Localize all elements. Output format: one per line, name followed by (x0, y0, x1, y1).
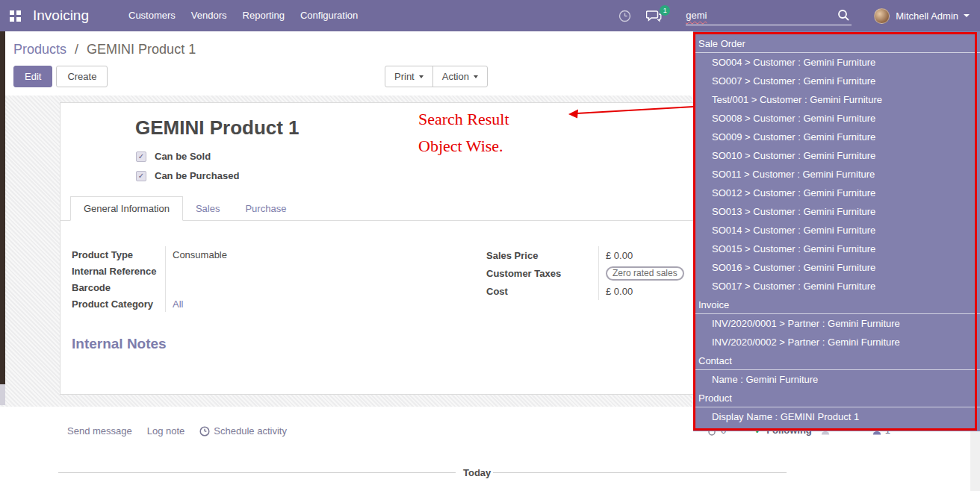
breadcrumb: Products / GEMINI Product 1 (13, 42, 196, 57)
field-label-product-type: Product Type (72, 249, 165, 260)
breadcrumb-products-link[interactable]: Products (13, 42, 66, 57)
messages-icon[interactable]: 1 (646, 10, 662, 22)
search-result-item[interactable]: SO017 > Customer : Gemini Furniture (693, 277, 980, 295)
left-window-edge (0, 31, 5, 384)
print-button[interactable]: Print (385, 66, 432, 87)
action-button[interactable]: Action (432, 66, 487, 87)
search-result-item[interactable]: SO007 > Customer : Gemini Furniture (693, 72, 980, 90)
field-row: Internal Reference (72, 263, 471, 279)
nav-menu-list: CustomersVendorsReportingConfiguration (128, 0, 358, 31)
print-label: Print (394, 71, 415, 82)
field-value-product-type: Consumable (165, 246, 471, 263)
left-window-edge-bottom (0, 384, 5, 405)
field-label-sales-price: Sales Price (486, 250, 598, 261)
top-navbar: Invoicing CustomersVendorsReportingConfi… (0, 0, 980, 31)
clock-icon (199, 426, 210, 437)
fields-left-column: Product TypeConsumableInternal Reference… (72, 246, 471, 312)
edit-button[interactable]: Edit (13, 66, 52, 87)
field-row: Product CategoryAll (72, 295, 471, 312)
apps-menu-icon[interactable] (10, 10, 21, 22)
product-title: GEMINI Product 1 (135, 116, 300, 140)
search-result-item[interactable]: Display Name : GEMINI Product 1 (693, 407, 980, 426)
search-result-item[interactable]: SO015 > Customer : Gemini Furniture (693, 240, 980, 258)
dropdown-section-sale-order: Sale Order (693, 34, 980, 53)
action-label: Action (442, 71, 469, 82)
search-result-item[interactable]: SO013 > Customer : Gemini Furniture (693, 202, 980, 221)
search-input[interactable]: gemi (686, 6, 852, 25)
app-name[interactable]: Invoicing (33, 7, 89, 24)
breadcrumb-separator: / (75, 42, 78, 57)
dropdown-section-invoice: Invoice (693, 295, 980, 314)
field-label-internal-reference: Internal Reference (72, 266, 165, 277)
search-result-item[interactable]: SO011 > Customer : Gemini Furniture (693, 165, 980, 184)
nav-menu-customers[interactable]: Customers (128, 0, 176, 31)
field-label-product-category: Product Category (72, 298, 165, 310)
search-icon[interactable] (837, 9, 850, 24)
dropdown-section-contact: Contact (693, 351, 980, 370)
search-value: gemi (686, 10, 707, 21)
checkbox-row: Can be Sold (136, 151, 239, 162)
field-label-cost: Cost (486, 286, 598, 297)
date-divider-line (493, 472, 787, 473)
print-action-group: Print Action (385, 66, 488, 87)
field-row: Product TypeConsumable (72, 246, 471, 263)
schedule-activity-button[interactable]: Schedule activity (199, 425, 287, 437)
search-result-item[interactable]: Name : Gemini Furniture (693, 370, 980, 389)
internal-notes-heading: Internal Notes (72, 336, 167, 352)
search-result-item[interactable]: Test/001 > Customer : Gemini Furniture (693, 90, 980, 109)
breadcrumb-current: GEMINI Product 1 (87, 42, 196, 57)
search-result-item[interactable]: INV/2020/0001 > Partner : Gemini Furnitu… (693, 314, 980, 333)
schedule-activity-label: Schedule activity (214, 425, 287, 437)
create-button[interactable]: Create (56, 66, 108, 87)
search-result-item[interactable]: SO014 > Customer : Gemini Furniture (693, 221, 980, 240)
action-buttons: Edit Create (13, 66, 108, 87)
search-result-item[interactable]: SO012 > Customer : Gemini Furniture (693, 184, 980, 202)
search-result-item[interactable]: SO016 > Customer : Gemini Furniture (693, 258, 980, 277)
field-row: Barcode (72, 279, 471, 295)
user-avatar (874, 8, 890, 24)
chevron-down-icon (419, 75, 424, 78)
nav-menu-configuration[interactable]: Configuration (300, 0, 358, 31)
log-note-button[interactable]: Log note (147, 425, 185, 437)
field-label-customer-taxes: Customer Taxes (486, 268, 598, 279)
tab-general-information[interactable]: General Information (70, 196, 183, 221)
tax-pill[interactable]: Zero rated sales (606, 266, 684, 281)
search-result-item[interactable]: SO004 > Customer : Gemini Furniture (693, 53, 980, 72)
systray: 1 gemi Mitchell Admin (618, 6, 970, 25)
checkbox-row: Can be Purchased (136, 170, 239, 181)
chatter-buttons: Send message Log note Schedule activity (67, 425, 287, 437)
annotation-line1: Search Result (418, 110, 509, 129)
chevron-down-icon (474, 75, 478, 78)
field-value-product-category[interactable]: All (165, 295, 471, 312)
nav-menu-reporting[interactable]: Reporting (243, 0, 285, 31)
checkbox-group: Can be SoldCan be Purchased (136, 151, 239, 190)
tab-sales[interactable]: Sales (183, 197, 233, 220)
field-value-internal-reference (165, 263, 471, 279)
messages-badge: 1 (660, 5, 670, 16)
chevron-down-icon (964, 14, 970, 17)
search-results-dropdown: Sale OrderSO004 > Customer : Gemini Furn… (693, 31, 980, 431)
search-result-item[interactable]: SO009 > Customer : Gemini Furniture (693, 128, 980, 146)
field-label-barcode: Barcode (72, 282, 165, 293)
annotation-line2: Object Wise. (418, 137, 503, 156)
nav-menu-vendors[interactable]: Vendors (191, 0, 227, 31)
checkbox-label: Can be Sold (155, 151, 211, 162)
checkbox-label: Can be Purchased (155, 170, 239, 181)
user-menu[interactable]: Mitchell Admin (874, 8, 970, 24)
search-result-item[interactable]: SO008 > Customer : Gemini Furniture (693, 109, 980, 128)
tab-purchase[interactable]: Purchase (232, 197, 299, 220)
dropdown-section-product: Product (693, 389, 980, 407)
date-divider-label: Today (463, 467, 491, 478)
scrollbar[interactable] (970, 431, 980, 491)
checkbox-can-be-purchased[interactable] (136, 171, 146, 181)
checkbox-can-be-sold[interactable] (136, 151, 146, 162)
search-result-item[interactable]: SO010 > Customer : Gemini Furniture (693, 146, 980, 165)
field-value-barcode (165, 279, 471, 295)
user-name: Mitchell Admin (896, 10, 958, 22)
activities-clock-icon[interactable] (618, 10, 631, 22)
send-message-button[interactable]: Send message (67, 425, 132, 437)
date-divider-line (58, 472, 456, 473)
search-result-item[interactable]: INV/2020/0002 > Partner : Gemini Furnitu… (693, 333, 980, 351)
